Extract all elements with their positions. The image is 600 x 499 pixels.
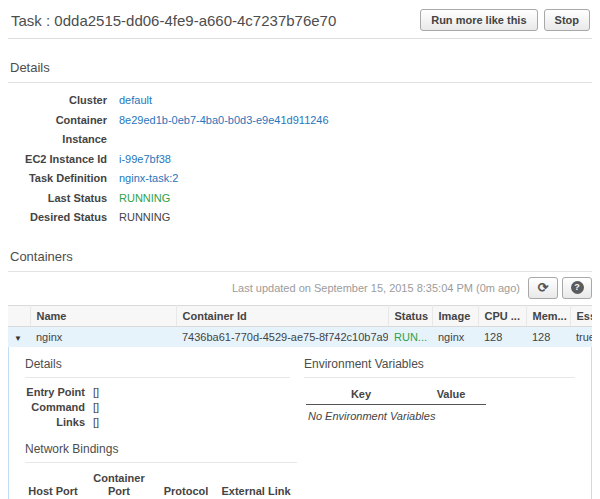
detail-label: EC2 Instance Id (8, 150, 107, 170)
column-header-memory[interactable]: Mem... (526, 305, 570, 326)
column-header-name[interactable]: Name (30, 305, 176, 326)
detail-row-cluster: Cluster default (8, 91, 592, 111)
links-label: Links (25, 415, 85, 430)
details-section-title: Details (10, 60, 592, 75)
network-bindings-section: Network Bindings Host Port Container Por… (25, 442, 297, 499)
env-value-header: Value (416, 385, 486, 405)
task-header: Task : 0dda2515-dd06-4fe9-a660-4c7237b76… (8, 0, 592, 39)
expand-column-header (8, 305, 30, 326)
detail-label: Desired Status (8, 208, 107, 228)
command-label: Command (25, 400, 85, 415)
container-name-cell: nginx (30, 326, 176, 347)
detail-row-ec2-instance: EC2 Instance Id i-99e7bf38 (8, 150, 592, 170)
containers-section-title: Containers (10, 249, 592, 264)
links-value: [] (93, 415, 99, 430)
detail-label: Cluster (8, 91, 107, 111)
column-header-status[interactable]: Status (388, 305, 432, 326)
divider (304, 377, 575, 378)
task-definition-link[interactable]: nginx-task:2 (119, 169, 178, 189)
container-details-title: Details (25, 357, 290, 371)
containers-toolbar: Last updated on September 15, 2015 8:35:… (8, 272, 592, 305)
external-link-header: External Link (215, 470, 297, 499)
container-image-cell: nginx (432, 326, 478, 347)
detail-label: Last Status (8, 189, 107, 209)
column-header-cpu[interactable]: CPU ... (478, 305, 526, 326)
protocol-header: Protocol (157, 470, 215, 499)
detail-row-desired-status: Desired Status RUNNING (8, 208, 592, 228)
cluster-link[interactable]: default (119, 91, 152, 111)
environment-variables-title: Environment Variables (304, 357, 575, 371)
command-value: [] (93, 400, 99, 415)
refresh-icon: ⟳ (538, 281, 549, 294)
run-more-like-this-button[interactable]: Run more like this (420, 9, 537, 31)
task-title-prefix: Task : (11, 12, 50, 29)
container-row-nginx[interactable]: ▼ nginx 7436ba61-770d-4529-ae75-8f742c10… (8, 326, 592, 347)
detail-label: Task Definition (8, 169, 107, 189)
help-button[interactable]: ? (562, 277, 592, 299)
divider (25, 377, 290, 378)
containers-table: Name Container Id Status Image CPU ... M… (8, 305, 592, 347)
entry-point-row: Entry Point [] (25, 385, 290, 400)
detail-row-last-status: Last Status RUNNING (8, 189, 592, 209)
column-header-essential[interactable]: Esse... (570, 305, 592, 326)
column-header-container-id[interactable]: Container Id (176, 305, 388, 326)
page: Task : 0dda2515-dd06-4fe9-a660-4c7237b76… (0, 0, 600, 499)
column-header-image[interactable]: Image (432, 305, 478, 326)
ec2-instance-link[interactable]: i-99e7bf38 (119, 150, 171, 170)
command-row: Command [] (25, 400, 290, 415)
stop-button[interactable]: Stop (544, 9, 590, 31)
detail-label: Container Instance (8, 111, 107, 150)
entry-point-value: [] (93, 385, 99, 400)
container-port-header: Container Port (81, 470, 157, 499)
env-key-header: Key (306, 385, 416, 405)
container-memory-cell: 128 (526, 326, 570, 347)
details-list: Cluster default Container Instance 8e29e… (8, 91, 592, 228)
divider (25, 462, 297, 463)
container-essential-cell: true (570, 326, 592, 347)
network-bindings-title: Network Bindings (25, 442, 297, 456)
container-id-cell: 7436ba61-770d-4529-ae75-8f742c10b7a9 (176, 326, 388, 347)
detail-row-container-instance: Container Instance 8e29ed1b-0eb7-4ba0-b0… (8, 111, 592, 150)
environment-variables-table: Key Value (306, 385, 486, 405)
environment-variables-section: Environment Variables Key Value No Envir… (290, 357, 575, 430)
divider (8, 82, 592, 83)
desired-status-value: RUNNING (119, 208, 170, 228)
container-instance-link[interactable]: 8e29ed1b-0eb7-4ba0-b0d3-e9e41d911246 (119, 111, 329, 150)
last-updated-text: Last updated on September 15, 2015 8:35:… (232, 282, 520, 294)
task-id: 0dda2515-dd06-4fe9-a660-4c7237b76e70 (54, 12, 336, 29)
help-icon: ? (571, 281, 584, 294)
container-details-section: Details Entry Point [] Command [] Links … (25, 357, 290, 430)
container-status-cell: RUN... (388, 326, 432, 347)
network-bindings-table: Host Port Container Port Protocol Extern… (25, 470, 297, 499)
page-title: Task : 0dda2515-dd06-4fe9-a660-4c7237b76… (11, 12, 420, 29)
refresh-button[interactable]: ⟳ (528, 277, 558, 299)
detail-row-task-definition: Task Definition nginx-task:2 (8, 169, 592, 189)
container-cpu-cell: 128 (478, 326, 526, 347)
no-environment-variables-message: No Environment Variables (304, 405, 575, 422)
containers-table-header: Name Container Id Status Image CPU ... M… (8, 305, 592, 326)
last-status-value: RUNNING (119, 189, 170, 209)
container-detail-panel: Details Entry Point [] Command [] Links … (8, 347, 592, 499)
collapse-caret-icon[interactable]: ▼ (14, 334, 22, 343)
links-row: Links [] (25, 415, 290, 430)
entry-point-label: Entry Point (25, 385, 85, 400)
host-port-header: Host Port (25, 470, 81, 499)
